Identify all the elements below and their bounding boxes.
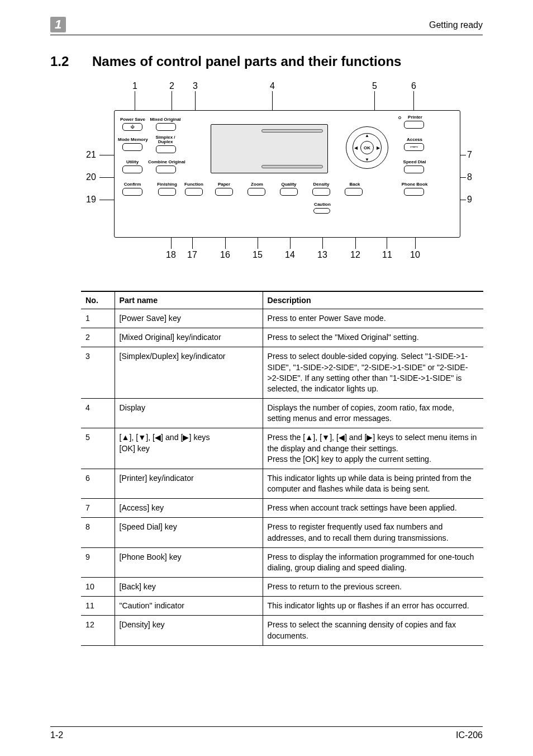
combine-original-key[interactable] [156, 166, 176, 173]
table-row: 11"Caution" indicatorThis indicator ligh… [81, 597, 483, 616]
cell-part: [Phone Book] key [115, 547, 263, 577]
table-row: 3[Simplex/Duplex] key/indicatorPress to … [81, 347, 483, 399]
finishing-label: Finishing [155, 182, 179, 187]
cell-desc: Press the [▲], [▼], [◀] and [▶] keys to … [263, 428, 483, 469]
cell-no: 12 [81, 616, 115, 645]
density-label: Density [311, 182, 331, 187]
table-row: 2[Mixed Original] key/indicatorPress to … [81, 328, 483, 347]
callout-bottom-18: 18 [166, 250, 176, 260]
power-save-key[interactable]: ⏻ [122, 123, 142, 131]
arrow-left-icon: ◀ [354, 145, 358, 150]
cell-part: [▲], [▼], [◀] and [▶] keys [OK] key [115, 428, 263, 469]
cell-no: 5 [81, 428, 115, 469]
display-slot [261, 165, 323, 168]
callout-bottom-13: 13 [317, 250, 327, 260]
cell-desc: Press to return to the previous screen. [263, 578, 483, 597]
cell-part: [Mixed Original] key/indicator [115, 328, 263, 347]
callout-top-2: 2 [169, 81, 174, 91]
arrow-right-icon: ▶ [377, 145, 380, 150]
cell-desc: This indicator lights up or flashes if a… [263, 597, 483, 616]
mixed-original-key[interactable] [156, 123, 176, 131]
cell-desc: This indicator lights up while data is b… [263, 469, 483, 498]
cell-desc: Press when account track settings have b… [263, 499, 483, 518]
cell-no: 3 [81, 347, 115, 399]
callout-right-9: 9 [467, 195, 472, 205]
mode-memory-key[interactable] [122, 143, 142, 151]
function-key[interactable] [185, 188, 203, 196]
cell-part: Display [115, 399, 263, 428]
footer-page: 1-2 [50, 730, 63, 740]
quality-key[interactable] [280, 188, 298, 196]
access-key[interactable]: ⊶⊷ [404, 143, 424, 151]
callout-top-5: 5 [372, 81, 377, 91]
table-row: 1[Power Save] keyPress to enter Power Sa… [81, 309, 483, 328]
cell-part: [Speed Dial] key [115, 518, 263, 547]
callout-right-7: 7 [467, 150, 472, 160]
simplex-duplex-label: Simplex / Duplex [153, 135, 178, 145]
callout-left-19: 19 [86, 195, 96, 205]
printer-key[interactable] [404, 121, 424, 129]
speed-dial-label: Speed Dial [402, 160, 427, 164]
th-no: No. [81, 291, 115, 309]
control-panel-diagram: 1 2 3 4 5 6 21 20 19 7 8 9 18 17 16 15 1… [84, 81, 469, 274]
cell-part: "Caution" indicator [115, 597, 263, 616]
section-title: Names of control panel parts and their f… [92, 54, 401, 69]
simplex-duplex-key[interactable] [156, 145, 176, 153]
cell-desc: Press to select the "Mixed Original" set… [263, 328, 483, 347]
chapter-tab: 1 [50, 17, 66, 32]
table-row: 4DisplayDisplays the number of copies, z… [81, 399, 483, 428]
phone-book-key[interactable] [404, 188, 424, 196]
cell-desc: Displays the number of copies, zoom rati… [263, 399, 483, 428]
table-row: 7[Access] keyPress when account track se… [81, 499, 483, 518]
zoom-key[interactable] [248, 188, 265, 196]
table-row: 10[Back] keyPress to return to the previ… [81, 578, 483, 597]
printer-label: Printer [404, 115, 426, 120]
cell-no: 4 [81, 399, 115, 428]
cell-part: [Power Save] key [115, 309, 263, 328]
phone-book-label: Phone Book [401, 182, 429, 187]
mixed-original-label: Mixed Original [149, 117, 182, 122]
caution-indicator [313, 208, 330, 214]
cell-no: 9 [81, 547, 115, 577]
cell-no: 1 [81, 309, 115, 328]
confirm-key[interactable] [122, 188, 142, 196]
callout-bottom-12: 12 [350, 250, 360, 260]
paper-key[interactable] [215, 188, 233, 196]
cell-part: [Back] key [115, 578, 263, 597]
cell-desc: Press to display the information program… [263, 547, 483, 577]
th-desc: Description [263, 291, 483, 309]
density-key[interactable] [312, 188, 330, 196]
zoom-label: Zoom [249, 182, 265, 187]
callout-bottom-15: 15 [253, 250, 263, 260]
cell-no: 8 [81, 518, 115, 547]
callout-bottom-17: 17 [187, 250, 197, 260]
back-label: Back [346, 182, 364, 187]
callout-bottom-11: 11 [382, 250, 392, 260]
callout-bottom-16: 16 [220, 250, 230, 260]
combine-original-label: Combine Original [148, 160, 184, 164]
parts-table: No. Part name Description 1[Power Save] … [81, 291, 483, 646]
cell-desc: Press to select double-sided copying. Se… [263, 347, 483, 399]
back-key[interactable] [345, 188, 363, 196]
callout-top-4: 4 [270, 81, 275, 91]
speed-dial-key[interactable] [404, 166, 424, 173]
paper-label: Paper [215, 182, 233, 187]
table-row: 12[Density] keyPress to select the scann… [81, 616, 483, 645]
cell-part: [Density] key [115, 616, 263, 645]
callout-bottom-14: 14 [285, 250, 295, 260]
finishing-key[interactable] [158, 188, 176, 196]
cell-part: [Printer] key/indicator [115, 469, 263, 498]
footer-model: IC-206 [456, 730, 483, 740]
th-part: Part name [115, 291, 263, 309]
control-panel: Power Save ⏻ Mixed Original Mode Memory … [114, 110, 460, 238]
display-slot [261, 129, 323, 133]
cell-no: 11 [81, 597, 115, 616]
utility-label: Utility [125, 160, 140, 164]
callout-top-3: 3 [193, 81, 198, 91]
cell-desc: Press to enter Power Save mode. [263, 309, 483, 328]
ok-key[interactable]: OK [360, 141, 374, 154]
utility-key[interactable] [122, 166, 142, 173]
cell-desc: Press to select the scanning density of … [263, 616, 483, 645]
callout-bottom-10: 10 [410, 250, 420, 260]
cell-no: 6 [81, 469, 115, 498]
